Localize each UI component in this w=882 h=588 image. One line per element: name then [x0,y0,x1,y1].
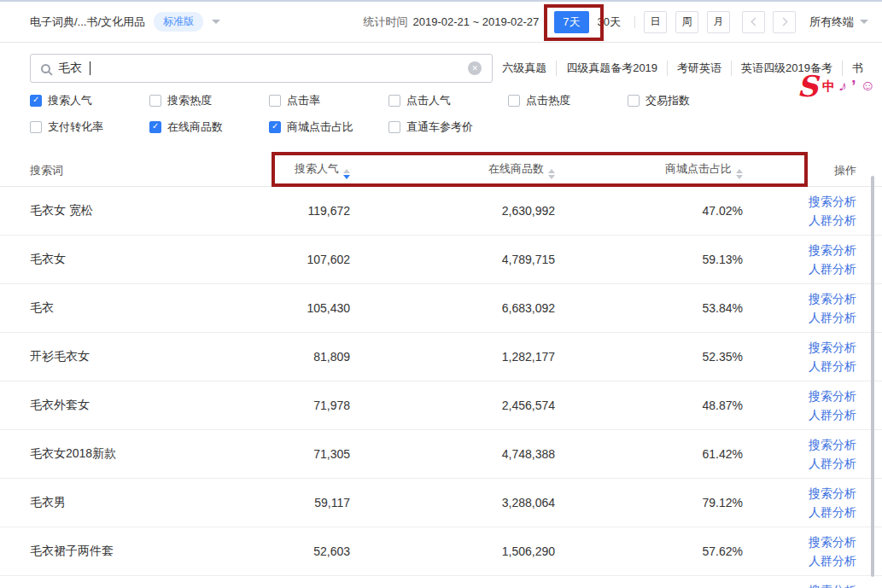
sort-icon[interactable] [736,169,743,179]
metric-label: 直通车参考价 [406,119,473,135]
crowd-analysis-link[interactable]: 人群分析 [809,456,856,472]
stat-time-label: 统计时间 [363,15,407,30]
col-header-search-popularity[interactable]: 搜索人气 [256,161,350,179]
hot-search-link[interactable]: 考研英语 [667,61,731,76]
search-analysis-link[interactable]: 搜索分析 [809,291,856,307]
category-breadcrumb[interactable]: 电子词典/...书/文化用品 [30,15,145,30]
search-popularity-cell: 71,978 [256,399,350,412]
metric-checkbox[interactable]: 点击率 [269,93,388,108]
granularity-group: 日 周 月 [644,11,730,33]
checkbox-icon[interactable] [508,95,520,107]
col-header-mall-click-ratio[interactable]: 商城点击占比 [555,161,743,179]
granularity-button[interactable]: 月 [707,11,730,33]
search-analysis-link[interactable]: 搜索分析 [809,340,856,356]
metric-checkbox[interactable]: 商城点击占比 [269,119,388,135]
crowd-analysis-link[interactable]: 人群分析 [809,407,856,423]
search-popularity-cell: 119,672 [256,204,350,218]
search-popularity-cell: 81,809 [256,350,350,364]
clear-search-icon[interactable] [468,61,482,75]
chevron-down-icon[interactable] [212,20,220,24]
metric-label: 在线商品数 [167,119,223,135]
crowd-analysis-link[interactable]: 人群分析 [809,358,856,375]
watermark-quote-icon: ’ [851,78,856,95]
online-products-cell: 4,748,388 [350,447,555,461]
metric-checkbox[interactable]: 交易指数 [628,93,747,108]
search-analysis-link[interactable]: 搜索分析 [809,534,856,550]
checkbox-icon[interactable] [628,95,640,107]
search-analysis-link[interactable]: 搜索分析 [809,486,856,502]
keyword-cell: 开衫毛衣女 [0,349,256,364]
actions-cell: 搜索分析 人群分析 [743,291,882,326]
metric-checkbox[interactable]: 搜索热度 [149,93,269,108]
actions-cell: 搜索分析 人群分析 [743,486,882,521]
date-nav [742,11,796,33]
crowd-analysis-link[interactable]: 人群分析 [809,212,856,229]
range-7d-button[interactable]: 7天 [554,11,588,33]
crowd-analysis-link[interactable]: 人群分析 [809,261,856,277]
hot-search-link[interactable]: 四级真题备考2019 [556,61,667,76]
checkbox-icon[interactable] [269,121,281,133]
metric-label: 搜索人气 [48,93,92,108]
online-products-cell: 4,789,715 [350,253,555,266]
granularity-button[interactable]: 日 [644,11,667,33]
metric-label: 交易指数 [645,93,690,108]
metric-checkbox[interactable]: 点击热度 [508,93,628,108]
search-popularity-cell: 105,430 [256,301,350,315]
metric-label: 点击热度 [526,93,570,108]
actions-cell: 搜索分析 人群分析 [743,534,882,569]
chevron-right-icon [779,18,787,26]
divider [634,16,635,28]
chevron-left-icon [751,18,759,26]
col-header-label: 搜索人气 [295,162,339,175]
checkbox-icon[interactable] [30,121,42,133]
checkbox-icon[interactable] [388,95,400,107]
col-header-actions: 操作 [743,163,882,178]
checkbox-icon[interactable] [149,121,161,133]
search-input[interactable]: 毛衣 [30,54,493,83]
table-row: 毛衣外套女 71,978 2,456,574 48.87% 搜索分析 人群分析 [0,381,882,430]
metric-checkbox[interactable]: 直通车参考价 [388,119,508,135]
sort-icon[interactable] [548,169,555,179]
next-arrow-button[interactable] [773,11,796,33]
metric-checkbox[interactable]: 搜索人气 [30,93,149,108]
crowd-analysis-link[interactable]: 人群分析 [809,504,856,521]
search-analysis-link[interactable]: 搜索分析 [809,388,856,405]
range-30d-button[interactable]: 30天 [593,15,626,30]
category-selector: 电子词典/...书/文化用品 标准版 [30,12,220,32]
crowd-analysis-link[interactable]: 人群分析 [809,553,856,569]
keyword-cell: 毛衣女 [0,252,256,267]
stat-time-value: 2019-02-21 ~ 2019-02-27 [412,15,539,28]
search-popularity-cell: 59,117 [256,496,350,509]
metric-checkbox[interactable]: 支付转化率 [30,119,149,135]
watermark-logo: S 中 ♪ ’ ☺ [797,72,875,101]
search-analysis-link[interactable]: 搜索分析 [809,583,856,588]
metric-checkbox[interactable]: 在线商品数 [149,119,269,135]
table-row: 毛衣 105,430 6,683,092 53.84% 搜索分析 人群分析 [0,284,882,333]
actions-cell: 搜索分析 人群分析 [743,340,882,375]
checkbox-icon[interactable] [269,95,281,107]
checkbox-icon[interactable] [388,121,400,133]
actions-cell: 搜索分析 人群分析 [743,437,882,472]
crowd-analysis-link[interactable]: 人群分析 [809,310,856,326]
granularity-button[interactable]: 周 [675,11,698,33]
actions-cell: 搜索分析 人群分析 [743,242,882,277]
col-header-online-products[interactable]: 在线商品数 [350,161,555,179]
search-analysis-link[interactable]: 搜索分析 [809,242,856,259]
checkbox-icon[interactable] [149,95,161,107]
terminal-selector[interactable]: 所有终端 [809,15,868,30]
table-row: 毛衣女 宽松 119,672 2,630,992 47.02% 搜索分析 人群分… [0,187,882,236]
filter-row-2: 支付转化率 在线商品数 商城点击占比 直通车参考价 [30,119,882,135]
scrollbar[interactable] [871,176,874,577]
sort-icon[interactable] [343,169,350,179]
hot-search-link[interactable]: 六级真题 [493,61,556,76]
metric-checkbox[interactable]: 点击人气 [388,93,508,108]
prev-arrow-button[interactable] [742,11,765,33]
mall-click-ratio-cell: 59.13% [555,253,743,266]
table-body: 毛衣女 宽松 119,672 2,630,992 47.02% 搜索分析 人群分… [0,187,882,588]
checkbox-icon[interactable] [30,95,42,107]
online-products-cell: 1,506,290 [350,544,555,558]
search-icon [41,64,50,73]
text-caret [90,61,91,75]
search-analysis-link[interactable]: 搜索分析 [809,437,856,453]
search-analysis-link[interactable]: 搜索分析 [809,194,856,210]
